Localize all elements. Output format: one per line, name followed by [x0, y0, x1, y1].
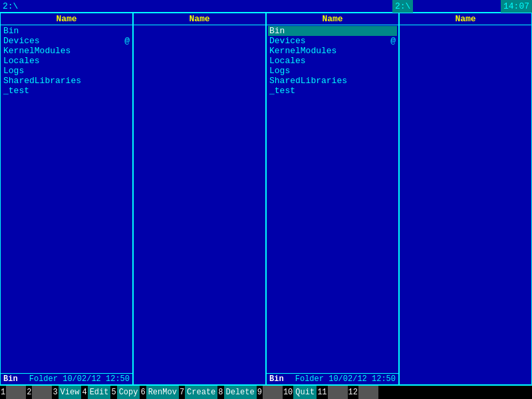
fkey-label-2 [32, 386, 52, 399]
left-panel-item[interactable]: Devices@ [2, 36, 131, 46]
app: 2:\ 2:\ 14:07 Name BinDevices@KernelModu… [0, 0, 532, 399]
right-panel-header: Name [267, 13, 398, 25]
right-panel-item[interactable]: KernelModules [268, 46, 397, 56]
fkey-9: 9 [257, 386, 283, 399]
fkey-2: 2 [26, 386, 52, 399]
time-label: 14:07 [501, 0, 532, 13]
fkey-num-4: 4 [81, 388, 87, 397]
left-panel-header: Name [1, 13, 132, 25]
fkey-11: 11 [317, 386, 347, 399]
fkey-num-12: 12 [348, 388, 358, 397]
left-panel-item[interactable]: Logs [2, 66, 131, 76]
right-panel-item[interactable]: Logs [268, 66, 397, 76]
fkey-3[interactable]: 3View [52, 386, 81, 399]
left-panel-item[interactable]: KernelModules [2, 46, 131, 56]
fkey-1: 1 [0, 386, 26, 399]
left-panel-item[interactable]: SharedLibraries [2, 76, 131, 86]
fkey-label-11 [328, 386, 348, 399]
fkey-num-10: 10 [283, 388, 293, 397]
fkey-label-8[interactable]: Delete [224, 386, 257, 399]
fkey-label-9 [263, 386, 283, 399]
far-right-panel-header: Name [400, 13, 531, 25]
fkey-label-5[interactable]: Copy [117, 386, 140, 399]
left-panel-item[interactable]: Locales [2, 56, 131, 66]
left-panel: Name BinDevices@KernelModulesLocalesLogs… [0, 13, 133, 385]
fkey-label-1 [6, 386, 26, 399]
right-panel-item[interactable]: SharedLibraries [268, 76, 397, 86]
fkey-label-10[interactable]: Quit [293, 386, 317, 399]
fkey-num-3: 3 [52, 388, 58, 397]
far-right-panel: Name [399, 13, 532, 385]
fkey-num-11: 11 [317, 388, 327, 397]
right-panel-item[interactable]: Devices@ [268, 36, 397, 46]
fkey-10[interactable]: 10Quit [283, 386, 317, 399]
right-panel-item[interactable]: Locales [268, 56, 397, 66]
fkey-6[interactable]: 6RenMov [140, 386, 178, 399]
top-bar: 2:\ 2:\ 14:07 [0, 0, 532, 12]
left-path-label: 2:\ [0, 0, 21, 12]
fkey-num-1: 1 [0, 388, 6, 397]
fkey-label-4[interactable]: Edit [88, 386, 111, 399]
left-panel-item[interactable]: _test [2, 86, 131, 96]
fkey-7[interactable]: 7Create [179, 386, 217, 399]
fkey-num-8: 8 [217, 388, 223, 397]
fkey-label-7[interactable]: Create [185, 386, 217, 399]
right-panel-items: BinDevices@KernelModulesLocalesLogsShare… [267, 25, 398, 373]
right-panel-item[interactable]: _test [268, 86, 397, 96]
fkey-num-6: 6 [140, 388, 146, 397]
left-panel-items: BinDevices@KernelModulesLocalesLogsShare… [1, 25, 132, 373]
right-path-label: 2:\ [392, 0, 413, 13]
fkey-8[interactable]: 8Delete [217, 386, 256, 399]
fkey-label-6[interactable]: RenMov [146, 386, 179, 399]
right-footer-name: Bin [269, 374, 284, 384]
fkey-label-12 [358, 386, 378, 399]
panels: Name BinDevices@KernelModulesLocalesLogs… [0, 12, 532, 386]
right-panel-item[interactable]: Bin [268, 26, 397, 36]
left-panel-footer: Bin Folder 10/02/12 12:50 [1, 373, 132, 384]
right-panel-footer: Bin Folder 10/02/12 12:50 [267, 373, 398, 384]
left-footer-name: Bin [3, 374, 18, 384]
left-panel-item[interactable]: Bin [2, 26, 131, 36]
bottom-bar: 123View4Edit5Copy6RenMov7Create8Delete91… [0, 386, 532, 399]
middle-path-label [130, 0, 135, 3]
fkey-12: 12 [348, 386, 378, 399]
fkey-num-2: 2 [26, 388, 32, 397]
fkey-num-9: 9 [257, 388, 263, 397]
fkey-5[interactable]: 5Copy [110, 386, 140, 399]
middle-panel-header: Name [134, 13, 265, 25]
fkey-label-3[interactable]: View [59, 386, 82, 399]
right-panel: Name BinDevices@KernelModulesLocalesLogs… [266, 13, 399, 385]
fkey-num-7: 7 [179, 388, 185, 397]
fkey-num-5: 5 [110, 388, 116, 397]
right-footer-info: Folder 10/02/12 12:50 [295, 374, 396, 384]
left-footer-info: Folder 10/02/12 12:50 [29, 374, 130, 384]
middle-panel: Name [133, 13, 266, 385]
fkey-4[interactable]: 4Edit [81, 386, 110, 399]
